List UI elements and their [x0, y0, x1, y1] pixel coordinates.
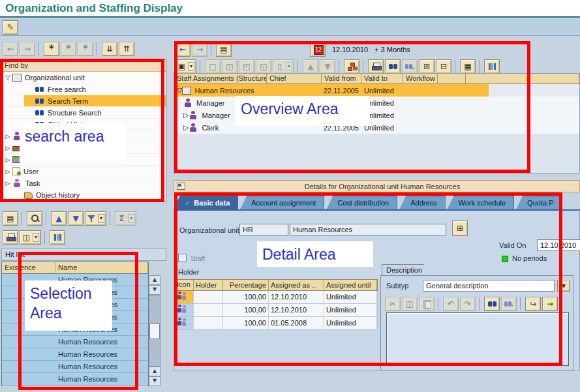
org-unit-name-field[interactable]: Human Resources — [290, 224, 446, 235]
details-view-button[interactable] — [216, 42, 232, 57]
sort-descending-button[interactable] — [68, 211, 84, 226]
expander-closed-icon[interactable]: ▷ — [3, 180, 12, 187]
subtyp-field[interactable]: General description — [423, 280, 555, 292]
find-button[interactable] — [385, 59, 401, 74]
cut-icon — [388, 299, 398, 309]
collapse-node-button[interactable] — [436, 59, 451, 74]
scroll-up-button[interactable]: ▲ — [149, 275, 160, 285]
holder-row[interactable]: 100,0012.10.2010Unlimited — [176, 304, 378, 317]
save-text-button[interactable] — [542, 297, 558, 311]
tab-address[interactable]: Address — [399, 196, 445, 209]
filter-dropdown[interactable]: ▾ — [98, 214, 104, 223]
holder-icon-cell — [176, 304, 194, 316]
column-header-name[interactable]: Name — [55, 262, 148, 273]
holder-column-header-icon[interactable]: Icon — [176, 280, 194, 290]
tab-label: Quota P — [527, 199, 553, 207]
hit-list-row[interactable]: Human Resources — [2, 373, 148, 385]
overview-column-header-valid-to[interactable]: Valid to — [361, 74, 403, 83]
sap-window: Organization and Staffing Display Find b… — [0, 0, 580, 392]
valid-on-field[interactable]: 12.10.2010 — [537, 239, 580, 251]
hit-list-scrollbar[interactable]: ▲ ▼ ▲ ▼ — [149, 275, 160, 386]
filter-button[interactable]: ▾ — [85, 211, 106, 226]
tree-item-structure-search[interactable]: Structure Search — [2, 107, 166, 119]
copy-button — [402, 297, 418, 311]
find-button[interactable] — [484, 297, 500, 311]
expander-closed-icon[interactable]: ▷ — [3, 145, 12, 151]
expand-node-button[interactable] — [419, 59, 435, 74]
date-picker-button[interactable] — [310, 42, 326, 57]
scroll-down-button[interactable] — [102, 42, 117, 56]
overview-column-header-valid-from[interactable]: Valid from — [322, 74, 361, 83]
sum-dropdown: ▾ — [128, 214, 134, 223]
overview-column-header-chief[interactable]: Chief — [267, 74, 322, 83]
view-matrix-button[interactable] — [460, 59, 476, 74]
overview-column-header-staff-assignments-structure-[interactable]: Staff Assignments (Structure) — [174, 74, 267, 83]
find-button[interactable] — [27, 211, 42, 226]
org-unit-id-field[interactable]: HR — [239, 224, 288, 235]
tree-item-user[interactable]: ▷User — [2, 166, 166, 177]
holder-column-header-assigned-until[interactable]: Assigned until — [324, 280, 377, 290]
description-tab[interactable]: Description — [382, 264, 431, 275]
scroll-down-button[interactable]: ▼ — [149, 285, 160, 295]
holder-assigned-until-cell: Unlimited — [324, 304, 377, 316]
tree-item-search-term[interactable]: Search Term — [2, 95, 166, 107]
print-button[interactable] — [368, 59, 384, 74]
overview-row[interactable]: ▽Human Resources22.11.2005Unlimited — [174, 84, 579, 97]
scrollbar-thumb[interactable] — [149, 324, 160, 339]
hit-list-row[interactable]: Human Resources — [2, 336, 148, 348]
toggle-display-change-button[interactable] — [3, 20, 18, 35]
sort-ascending-button[interactable] — [51, 211, 67, 226]
hit-list-row[interactable]: Human Resources — [2, 361, 148, 373]
details-view-button[interactable] — [3, 211, 18, 226]
holder-row[interactable]: 100,0001.05.2008Unlimited — [176, 317, 378, 330]
load-text-button[interactable] — [525, 297, 541, 311]
expander-open-icon[interactable]: ▽ — [3, 74, 12, 81]
tree-item-free-search[interactable]: Free search — [2, 83, 166, 95]
subtyp-dropdown-button[interactable]: ▾ — [557, 280, 570, 292]
select-views-button[interactable]: ▾ — [175, 59, 196, 74]
undo-button — [443, 297, 459, 311]
tree-item-task[interactable]: ▷Task — [2, 177, 166, 189]
tree-item-object-history[interactable]: Object history — [2, 189, 166, 201]
expander-closed-icon[interactable]: ▷ — [3, 157, 12, 163]
export-button[interactable]: ▾ — [20, 230, 41, 245]
scrollbar-track[interactable] — [149, 295, 160, 367]
expander-open-icon[interactable]: ▽ — [177, 86, 182, 95]
print-button[interactable] — [3, 230, 18, 245]
column-config-button[interactable] — [50, 230, 65, 245]
find-next-button — [501, 297, 517, 311]
export-dropdown[interactable]: ▾ — [33, 233, 39, 242]
holder-column-header-holder[interactable]: Holder — [194, 280, 223, 290]
holder-row[interactable]: 100,0012.10.2010Unlimited — [176, 291, 378, 304]
scroll-up-button[interactable] — [119, 42, 134, 56]
overview-column-header-workflow[interactable]: Workflow — [403, 74, 438, 83]
org-structure-button[interactable] — [452, 220, 468, 236]
tree-item-organizational-unit[interactable]: ▽Organizational unit — [2, 72, 166, 83]
staff-checkbox[interactable] — [178, 254, 187, 262]
expander-closed-icon[interactable]: ▷ — [3, 168, 12, 175]
holder-column-header-percentage[interactable]: Percentage — [223, 280, 269, 290]
holder-assigned-as-cell: 12.10.2010 — [269, 304, 324, 316]
hit-list-row[interactable]: Human Resources — [2, 348, 148, 361]
org-chart-button[interactable] — [344, 59, 359, 74]
expander-closed-icon[interactable]: ▷ — [3, 133, 12, 140]
page-up-button[interactable]: ▲ — [149, 367, 160, 376]
subtyp-label: Subtyp — [386, 282, 408, 290]
column-header-existence[interactable]: Existence — [2, 262, 55, 273]
tab-work-schedule[interactable]: Work schedule — [448, 196, 515, 209]
overview-column-header-empty[interactable] — [438, 74, 466, 83]
holder-column-header-assigned-as-[interactable]: Assigned as .. — [269, 280, 324, 290]
add-favorites-button[interactable] — [44, 42, 59, 56]
tab-account-assignment[interactable]: Account assignment — [240, 196, 324, 209]
tab-cost-distribution[interactable]: Cost distribution — [326, 196, 397, 209]
tree-item-label: Structure Search — [48, 109, 102, 117]
column-config-button[interactable] — [484, 59, 500, 74]
page-down-button[interactable]: ▼ — [149, 376, 160, 386]
tab-quota-p[interactable]: Quota P — [516, 196, 562, 209]
expander-closed-icon[interactable]: ▷ — [183, 111, 189, 119]
expander-closed-icon[interactable]: ▷ — [183, 123, 189, 132]
description-text-area[interactable] — [386, 312, 569, 366]
nav-back-button[interactable] — [175, 42, 191, 57]
tab-basic-data[interactable]: ✓Basic data — [174, 196, 238, 209]
select-views-dropdown[interactable]: ▾ — [188, 62, 194, 71]
